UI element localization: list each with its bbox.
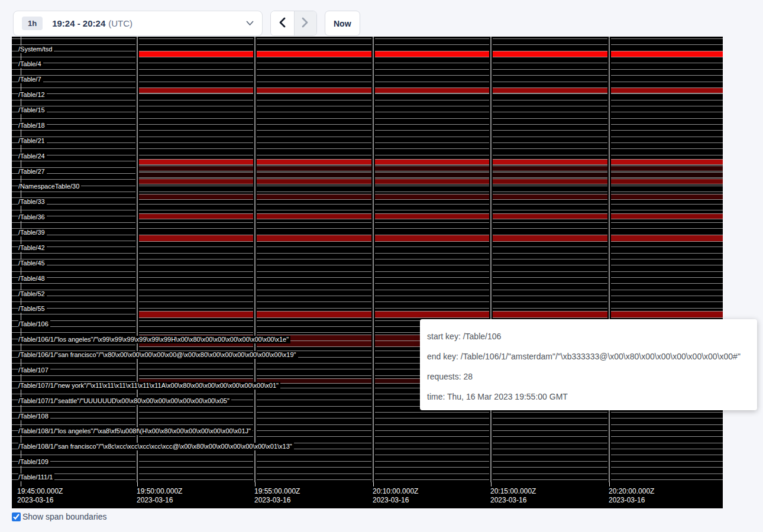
- time-axis-date-label: 2023-03-16: [17, 496, 53, 504]
- tooltip-requests: requests: 28: [427, 371, 750, 382]
- time-gridline: [607, 37, 611, 482]
- span-boundary-line: [12, 479, 723, 480]
- span-boundary-line: [12, 38, 723, 39]
- span-boundary-line: [12, 142, 723, 143]
- time-axis-time-label: 20:15:00.000Z: [490, 487, 536, 495]
- tooltip-end-key: end key: /Table/106/1/"amsterdam"/"\xb33…: [427, 351, 750, 362]
- span-boundary-line: [12, 63, 723, 63]
- time-range-selector[interactable]: 1h 19:24 - 20:24 (UTC): [13, 11, 263, 36]
- span-boundary-line: [12, 424, 723, 425]
- span-row-label: /NamespaceTable/30: [18, 183, 81, 190]
- span-boundary-line: [12, 155, 723, 155]
- span-boundary-line: [12, 118, 723, 119]
- heat-band[interactable]: [137, 159, 723, 165]
- span-row-label: /Table/7: [18, 76, 43, 83]
- heat-band[interactable]: [137, 179, 723, 184]
- span-boundary-line: [12, 222, 723, 223]
- heat-band[interactable]: [137, 311, 723, 318]
- span-boundary-line: [12, 192, 723, 192]
- span-row-label: /Table/107/1/"new york"/"\x11\x11\x11\x1…: [18, 382, 280, 390]
- time-axis-time-label: 20:20:00.000Z: [609, 487, 654, 495]
- time-nav-group: [270, 11, 317, 36]
- heat-band[interactable]: [137, 166, 723, 171]
- span-boundary-line: [12, 186, 723, 186]
- span-boundary-line: [12, 69, 723, 70]
- span-row-label: /Table/4: [18, 60, 43, 68]
- span-row-label: /Table/55: [18, 305, 47, 313]
- heat-band[interactable]: [137, 194, 723, 200]
- time-axis-tick: [21, 482, 21, 486]
- span-boundary-line: [12, 82, 723, 82]
- span-boundary-line: [12, 100, 723, 100]
- span-row-label: /System/tsd: [18, 46, 54, 53]
- heat-band[interactable]: [137, 172, 723, 178]
- duration-badge: 1h: [22, 17, 43, 30]
- span-row-label: /Table/39: [18, 229, 47, 236]
- span-row-label: /Table/45: [18, 259, 47, 267]
- time-axis-tick: [255, 482, 256, 486]
- span-boundary-line: [12, 467, 723, 468]
- time-axis-tick: [137, 482, 138, 486]
- time-axis-time-label: 19:50:00.000Z: [137, 487, 182, 495]
- chevron-down-icon: [246, 21, 254, 26]
- span-row-label: /Table/108: [18, 413, 50, 420]
- span-boundary-line: [12, 473, 723, 474]
- tooltip-time: time: Thu, 16 Mar 2023 19:55:00 GMT: [427, 391, 750, 403]
- time-axis-time-label: 19:55:00.000Z: [254, 487, 300, 495]
- heat-band[interactable]: [137, 87, 723, 93]
- span-row-label: /Table/106/1/"san francisco"/"\x80\x00\x…: [18, 351, 298, 359]
- span-row-label: /Table/33: [18, 198, 47, 206]
- heat-band[interactable]: [137, 51, 723, 57]
- span-boundary-line: [12, 210, 723, 210]
- span-row-label: /Table/108/1/"san francisco"/"\x8c\xcc\x…: [18, 443, 294, 450]
- footer: Show span boundaries: [12, 512, 106, 521]
- time-axis-tick: [491, 482, 492, 486]
- span-boundary-line: [12, 93, 723, 94]
- time-gridline: [135, 37, 139, 482]
- span-boundary-line: [12, 283, 723, 284]
- span-row-label: /Table/52: [18, 290, 47, 298]
- span-boundary-line: [12, 308, 723, 309]
- span-boundary-line: [12, 290, 723, 290]
- show-span-boundaries-label: Show span boundaries: [22, 512, 106, 521]
- heat-band[interactable]: [137, 213, 723, 219]
- span-boundary-line: [12, 130, 723, 131]
- span-boundary-line: [12, 228, 723, 229]
- time-axis-time-label: 20:10:00.000Z: [373, 487, 418, 495]
- span-row-label: /Table/21: [18, 137, 47, 145]
- span-boundary-line: [12, 296, 723, 296]
- span-boundary-line: [12, 137, 723, 137]
- toolbar: 1h 19:24 - 20:24 (UTC) Now: [0, 0, 763, 37]
- time-axis-time-label: 19:45:00.000Z: [17, 487, 63, 495]
- tooltip-start-key: start key: /Table/106: [427, 330, 750, 342]
- span-boundary-line: [12, 253, 723, 254]
- span-boundary-line: [12, 461, 723, 462]
- span-row-label: /Table/109: [18, 458, 50, 466]
- span-row-label: /Table/107: [18, 366, 50, 374]
- time-range-label: 19:24 - 20:24: [52, 18, 105, 28]
- span-boundary-line: [12, 75, 723, 76]
- heat-band[interactable]: [137, 235, 723, 242]
- span-row-label: /Table/107/1/"seattle"/"UUUUUUD\x00\x80\…: [18, 397, 231, 405]
- span-boundary-line: [12, 418, 723, 419]
- chevron-left-icon: [279, 17, 286, 30]
- next-interval-button[interactable]: [294, 11, 317, 35]
- span-row-label: /Table/15: [18, 106, 47, 114]
- span-row-label: /Table/24: [18, 153, 47, 160]
- span-boundary-line: [12, 259, 723, 259]
- span-row-label: /Table/18: [18, 122, 47, 129]
- key-visualizer-canvas[interactable]: /System/tsd/Table/4/Table/7/Table/12/Tab…: [12, 37, 723, 508]
- time-gridline: [489, 37, 493, 482]
- span-row-label: /Table/108/1/"los angeles"/"\xa8\xf5\u00…: [18, 427, 253, 435]
- span-row-label: /Table/106/1/"los angeles"/"\x99\x99\x99…: [18, 336, 290, 343]
- span-row-label: /Table/27: [18, 168, 47, 176]
- now-button[interactable]: Now: [325, 11, 360, 36]
- span-boundary-line: [12, 412, 723, 413]
- span-tooltip: start key: /Table/106 end key: /Table/10…: [420, 319, 757, 410]
- show-span-boundaries-checkbox[interactable]: [12, 512, 21, 521]
- previous-interval-button[interactable]: [271, 11, 294, 35]
- time-axis-date-label: 2023-03-16: [490, 496, 526, 504]
- time-axis-date-label: 2023-03-16: [609, 496, 645, 504]
- span-boundary-line: [12, 112, 723, 112]
- span-boundary-line: [12, 301, 723, 302]
